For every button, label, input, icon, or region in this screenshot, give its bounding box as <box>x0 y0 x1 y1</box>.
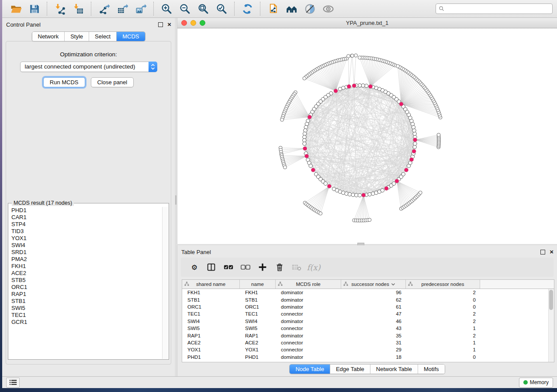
tab-network[interactable]: Network <box>32 32 65 41</box>
network-node[interactable] <box>413 142 417 145</box>
tab-node-table[interactable]: Node Table <box>290 364 330 374</box>
table-row[interactable]: SWI4SWI4dominator462 <box>182 318 549 325</box>
tab-style[interactable]: Style <box>65 32 89 41</box>
mcds-result-item[interactable]: GCR1 <box>9 319 163 326</box>
tab-network-table[interactable]: Network Table <box>370 364 418 374</box>
scrollbar-thumb[interactable] <box>549 290 553 310</box>
network-node[interactable] <box>303 132 306 135</box>
network-leaf-node[interactable] <box>396 65 400 68</box>
table-row[interactable]: FKH1FKH1dominator962 <box>182 289 549 296</box>
network-leaf-node[interactable] <box>437 133 440 137</box>
network-leaf-node[interactable] <box>350 54 354 58</box>
network-hub-node[interactable] <box>395 179 399 183</box>
find-network-icon[interactable] <box>285 2 298 15</box>
open-file-icon[interactable] <box>9 2 22 15</box>
mcds-result-item[interactable]: STB5 <box>9 277 163 284</box>
close-table-panel-icon[interactable]: × <box>550 249 554 254</box>
network-leaf-node[interactable] <box>419 191 422 194</box>
mcds-result-item[interactable]: PMA2 <box>9 256 163 263</box>
zoom-out-icon[interactable] <box>178 2 191 15</box>
network-node[interactable] <box>345 192 348 195</box>
search-box[interactable] <box>436 3 553 14</box>
network-node[interactable] <box>358 84 361 87</box>
table-row[interactable]: STB1STB1dominator620 <box>182 296 549 303</box>
export-network-icon[interactable] <box>97 2 111 15</box>
mcds-result-item[interactable]: YOX1 <box>9 235 163 242</box>
mcds-result-item[interactable]: ACE2 <box>9 270 163 277</box>
network-hub-node[interactable] <box>347 85 351 89</box>
close-panel-button[interactable]: Close panel <box>91 77 134 87</box>
mcds-result-item[interactable]: SWI5 <box>9 305 163 312</box>
run-mcds-button[interactable]: Run MCDS <box>43 77 85 87</box>
network-leaf-node[interactable] <box>319 212 322 215</box>
mcds-result-item[interactable]: SRD1 <box>9 249 163 256</box>
network-hub-node[interactable] <box>413 138 417 142</box>
table-settings-icon[interactable]: ⚙ <box>187 261 202 274</box>
network-node[interactable] <box>412 129 416 132</box>
network-leaf-node[interactable] <box>347 55 350 58</box>
column-header-name[interactable]: name <box>240 280 276 289</box>
network-node[interactable] <box>368 193 371 196</box>
network-leaf-node[interactable] <box>280 118 284 121</box>
network-leaf-node[interactable] <box>354 54 358 57</box>
network-node[interactable] <box>304 129 307 132</box>
network-node[interactable] <box>302 138 306 142</box>
zoom-in-icon[interactable] <box>160 2 173 15</box>
import-network-icon[interactable] <box>53 2 66 15</box>
mcds-result-item[interactable]: STB1 <box>9 298 163 305</box>
network-hub-node[interactable] <box>334 89 338 93</box>
refresh-icon[interactable] <box>241 2 254 15</box>
network-node[interactable] <box>303 142 306 145</box>
network-node[interactable] <box>355 193 358 197</box>
network-hub-node[interactable] <box>412 149 416 153</box>
network-node[interactable] <box>351 193 355 196</box>
table-row[interactable]: ORC1ORC1dominator610 <box>182 303 549 310</box>
column-header-predecessor-nodes[interactable]: predecessor nodes <box>406 280 480 289</box>
network-leaf-node[interactable] <box>283 165 287 169</box>
network-node[interactable] <box>324 182 327 185</box>
tab-select[interactable]: Select <box>89 32 117 41</box>
float-table-panel-icon[interactable] <box>540 250 545 254</box>
network-node[interactable] <box>358 193 361 197</box>
network-node[interactable] <box>303 135 306 139</box>
network-leaf-node[interactable] <box>303 77 306 80</box>
mcds-result-item[interactable]: FKH1 <box>9 263 163 270</box>
network-hub-node[interactable] <box>384 186 388 190</box>
network-node[interactable] <box>304 125 308 129</box>
tab-mcds[interactable]: MCDS <box>117 32 145 41</box>
deselect-all-icon[interactable] <box>238 261 253 274</box>
column-header-shared-name[interactable]: shared name <box>182 280 240 289</box>
minimize-window-icon[interactable] <box>190 20 196 26</box>
search-input[interactable] <box>446 5 550 12</box>
optimization-select[interactable]: largest connected component (undirected) <box>20 62 157 72</box>
network-node[interactable] <box>413 145 416 148</box>
network-hub-node[interactable] <box>311 168 315 172</box>
network-hub-node[interactable] <box>399 102 403 106</box>
tab-motifs[interactable]: Motifs <box>418 364 445 374</box>
mcds-result-item[interactable]: RAP1 <box>9 291 163 298</box>
network-node[interactable] <box>348 193 351 196</box>
network-leaf-node[interactable] <box>358 56 361 59</box>
network-hub-node[interactable] <box>308 115 311 119</box>
zoom-selected-icon[interactable] <box>215 2 228 15</box>
network-leaf-node[interactable] <box>368 218 371 222</box>
table-row[interactable]: PHD1PHD1dominator180 <box>182 354 549 361</box>
network-node[interactable] <box>364 84 368 87</box>
close-panel-icon[interactable]: × <box>167 22 171 27</box>
network-hub-node[interactable] <box>304 154 308 158</box>
table-row[interactable]: TEC1TEC1connector472 <box>182 310 549 317</box>
table-row[interactable]: YOX1YOX1connector291 <box>182 346 549 353</box>
network-node[interactable] <box>381 189 384 192</box>
export-table-icon[interactable] <box>116 2 129 15</box>
table-row[interactable]: RAP1RAP1dominator352 <box>182 332 549 339</box>
column-header-mcds-role[interactable]: MCDS role <box>276 280 341 289</box>
save-session-icon[interactable] <box>28 2 41 15</box>
network-hub-node[interactable] <box>303 147 307 151</box>
table-row[interactable]: ACE2ACE2connector311 <box>182 339 549 346</box>
network-canvas[interactable] <box>177 28 557 244</box>
result-scrollbar[interactable] <box>162 207 168 359</box>
mcds-result-item[interactable]: SWI4 <box>9 242 163 249</box>
table-scrollbar[interactable] <box>548 289 554 362</box>
select-all-icon[interactable] <box>221 261 236 274</box>
mcds-result-item[interactable]: PHD1 <box>9 207 163 214</box>
